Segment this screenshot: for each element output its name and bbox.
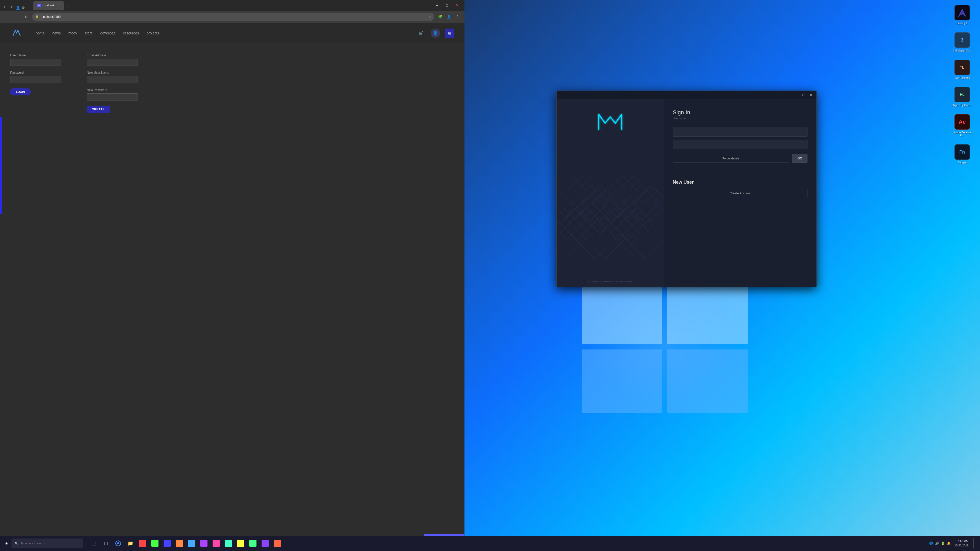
signin-username-input[interactable] [673, 127, 808, 137]
desktop-icon-destiny2[interactable]: Destiny 2 [952, 5, 972, 25]
chrome-icon [115, 540, 122, 547]
browser-window-controls: ─ □ ✕ [432, 1, 462, 10]
taskbar-sound-icon[interactable]: 🔊 [935, 541, 939, 545]
desktop-icon-adobe[interactable]: Ac Adobe Creative C... [952, 114, 972, 137]
extensions-btn[interactable]: 🧩 [436, 13, 444, 21]
desktop-icon-3rdmaster[interactable]: 3 3rd Master Cli... [952, 32, 972, 52]
win-pane-br [667, 349, 748, 413]
taskbar-search[interactable]: 🔍 [11, 538, 83, 548]
password-input[interactable] [10, 76, 61, 83]
profile-btn[interactable]: 👤 [445, 13, 453, 21]
url-input[interactable] [41, 15, 426, 19]
taskbar-app-cortana[interactable]: ⬚ [88, 538, 99, 549]
nav-store[interactable]: store [85, 31, 93, 35]
start-btn[interactable]: ⊞ [3, 540, 10, 547]
email-input[interactable] [87, 59, 138, 66]
new-username-label: New User Name [87, 71, 138, 75]
taskbar-app-app12[interactable] [272, 538, 283, 549]
new-tab-btn[interactable]: + [65, 3, 72, 10]
create-btn[interactable]: CREATE [87, 106, 110, 113]
taskbar-notification-icon[interactable]: 🔔 [947, 541, 951, 545]
taskbar-battery-icon[interactable]: 🔋 [941, 541, 945, 545]
browser-progress [424, 534, 465, 536]
more-btn[interactable]: ⋮ [454, 13, 461, 21]
taskbar-app-taskview[interactable]: ❑ [100, 538, 111, 549]
taskbar-app-app2[interactable] [149, 538, 161, 549]
new-password-input[interactable] [87, 94, 138, 100]
tab-close-btn[interactable]: ✕ [56, 3, 60, 7]
taskbar-app-app5[interactable] [186, 538, 197, 549]
taskbar-app-app1[interactable] [137, 538, 148, 549]
nav-moov[interactable]: moov [68, 31, 77, 35]
dialog-close-btn[interactable]: ✕ [808, 92, 814, 98]
chrome-profile-icon[interactable]: 👤 [16, 6, 20, 10]
taskbar-clock[interactable]: 7:16 PM 10/31/2019 [955, 539, 969, 548]
dialog-right-panel: Sign In Username Forgot details GO New U… [664, 99, 816, 287]
signin-dialog: ─ □ ✕ [556, 91, 817, 287]
twolegends-icon: TL [955, 60, 970, 75]
signin-password-input[interactable] [673, 140, 808, 149]
bookmark-icon[interactable]: ☆ [428, 15, 431, 19]
user-icon-btn[interactable]: 👤 [431, 29, 440, 38]
taskbar-network-icon[interactable]: 🌐 [929, 541, 933, 545]
close-btn[interactable]: ✕ [453, 1, 462, 10]
login-btn[interactable]: LOGIN [10, 88, 30, 95]
create-account-btn[interactable]: Create Account [673, 189, 808, 198]
tab-favicon: M [37, 3, 41, 7]
site-nav-right: 🛒 👤 ⊞ [417, 29, 454, 38]
refresh-btn[interactable]: ↻ [22, 13, 30, 21]
taskbar-app-explorer[interactable]: 📁 [125, 538, 136, 549]
desktop-icon-hyperlightbreaker[interactable]: HL Hyper Lightbrea... [952, 87, 972, 106]
win-pane-bl [582, 349, 662, 413]
dialog-logo [595, 109, 625, 135]
username-group: User Name [10, 54, 61, 66]
dialog-maximize-btn[interactable]: □ [800, 92, 806, 98]
taskbar-search-input[interactable] [21, 542, 72, 545]
svg-rect-7 [629, 176, 658, 205]
nav-news[interactable]: news [52, 31, 61, 35]
svg-rect-0 [557, 176, 586, 205]
dialog-minimize-btn[interactable]: ─ [793, 92, 799, 98]
taskbar-apps: ⬚ ❑ [88, 538, 283, 549]
back-btn[interactable]: ← [3, 13, 11, 21]
taskbar-app-app3[interactable] [162, 538, 173, 549]
app-icon-btn[interactable]: ⊞ [445, 29, 454, 38]
forgot-details-btn[interactable]: Forgot details [673, 154, 789, 163]
desktop-icon-fortnite[interactable]: Fn Fortnite [952, 144, 972, 164]
site-nav-links: home news moov store download resources … [36, 31, 159, 35]
chrome-extra-icon[interactable]: ⊞ [27, 6, 30, 10]
maximize-btn[interactable]: □ [442, 1, 452, 10]
taskbar: ⊞ 🔍 ⬚ ❑ [0, 536, 980, 551]
win-pane-tr [667, 281, 748, 345]
taskbar-app-app7[interactable] [210, 538, 222, 549]
go-btn[interactable]: GO [792, 154, 808, 163]
tab-label: localhost [43, 4, 54, 7]
signin-actions: Forgot details GO [673, 154, 808, 163]
taskbar-app-app11[interactable] [259, 538, 271, 549]
new-username-input[interactable] [87, 76, 138, 83]
nav-home[interactable]: home [36, 31, 45, 35]
cart-icon-btn[interactable]: 🛒 [417, 29, 426, 38]
nav-download[interactable]: download [100, 31, 116, 35]
desktop-icon-twolegends[interactable]: TL Two Legends [952, 60, 972, 79]
taskbar-app-app6[interactable] [198, 538, 210, 549]
chrome-settings-icon[interactable]: ⚙ [22, 6, 25, 10]
app8-icon [225, 540, 232, 547]
taskbar-app-app10[interactable] [247, 538, 259, 549]
nav-resources[interactable]: resources [123, 31, 139, 35]
minimize-btn[interactable]: ─ [432, 1, 442, 10]
svg-rect-25 [627, 197, 664, 240]
taskbar-app-app8[interactable] [223, 538, 234, 549]
address-bar[interactable]: 🔒 ☆ [32, 13, 434, 21]
browser-tab-active[interactable]: M localhost ✕ [33, 1, 64, 10]
taskbar-app-chrome[interactable] [113, 538, 124, 549]
svg-rect-16 [633, 185, 664, 221]
chrome-menu-icon[interactable]: ⋮⋮⋮ [3, 6, 13, 10]
show-desktop-btn[interactable] [974, 538, 975, 548]
forward-btn[interactable]: → [13, 13, 21, 21]
nav-projects[interactable]: projects [146, 31, 159, 35]
taskbar-app-app9[interactable] [235, 538, 246, 549]
username-input[interactable] [10, 59, 61, 66]
taskbar-app-app4[interactable] [174, 538, 185, 549]
taskbar-left: ⊞ 🔍 [0, 538, 86, 548]
